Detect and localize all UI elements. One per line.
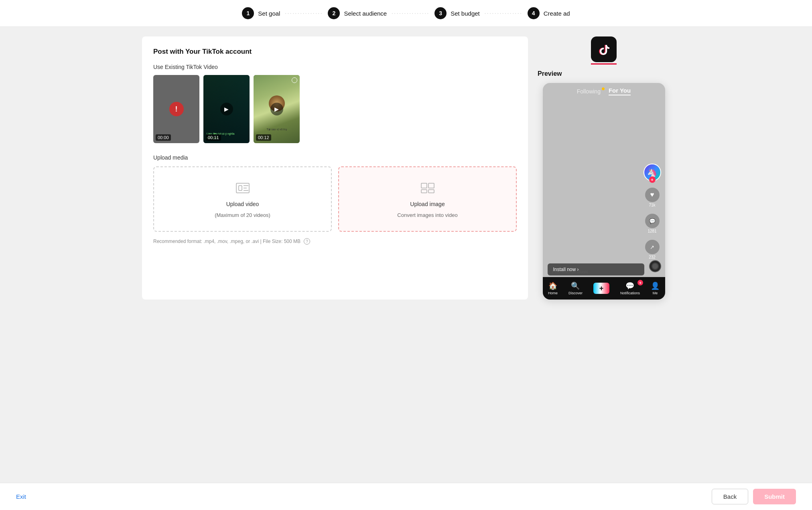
svg-rect-6 bbox=[428, 183, 434, 188]
step-2-circle: 2 bbox=[328, 7, 340, 19]
video-thumb-1[interactable]: ! 00:00 bbox=[153, 75, 199, 143]
video-duration-1: 00:00 bbox=[156, 134, 171, 141]
share-action: ↗ 232 bbox=[645, 240, 660, 259]
music-disc bbox=[649, 260, 661, 272]
avatar-circle: 🦄 + bbox=[644, 164, 661, 181]
phone-bottom-nav: 🏠 Home 🔍 Discover + 💬 9 Notifications 👤 bbox=[543, 277, 665, 300]
nav-notifications[interactable]: 💬 9 Notifications bbox=[620, 281, 640, 295]
right-panel: Preview Following For You 🦄 + bbox=[538, 36, 670, 300]
upload-video-title: Upload video bbox=[226, 201, 259, 207]
submit-button[interactable]: Submit bbox=[753, 489, 796, 504]
main-layout: Post with Your TikTok account Use Existi… bbox=[129, 27, 683, 309]
nav-notif-label: Notifications bbox=[620, 291, 640, 295]
following-label: Following bbox=[577, 88, 601, 95]
phone-right-icons: 🦄 + ♥ 71k 💬 1281 ↗ 232 bbox=[644, 164, 661, 259]
upload-image-title: Upload image bbox=[410, 201, 445, 207]
upload-label: Upload media bbox=[153, 154, 517, 161]
like-action: ♥ 71k bbox=[645, 188, 660, 207]
preview-label: Preview bbox=[538, 70, 562, 77]
footer-buttons: Back Submit bbox=[712, 489, 796, 504]
nav-plus[interactable]: + bbox=[593, 283, 609, 294]
upload-image-icon bbox=[420, 180, 436, 196]
step-4: 4 Create ad bbox=[528, 7, 570, 19]
footer: Exit Back Submit bbox=[0, 483, 812, 510]
step-1-dots: ··············· bbox=[285, 10, 323, 16]
nav-home[interactable]: 🏠 Home bbox=[548, 281, 558, 295]
nav-me-label: Me bbox=[653, 291, 658, 295]
step-2-dots: ··············· bbox=[392, 10, 430, 16]
share-count: 232 bbox=[649, 255, 656, 259]
upload-video-icon bbox=[235, 180, 251, 196]
upload-video-box[interactable]: Upload video (Maximum of 20 videos) bbox=[153, 166, 332, 232]
tiktok-app-icon bbox=[591, 36, 617, 62]
existing-video-label: Use Existing TikTok Video bbox=[153, 64, 517, 70]
exit-button[interactable]: Exit bbox=[16, 493, 26, 500]
following-dot bbox=[602, 87, 605, 90]
step-3: 3 Set budget bbox=[434, 7, 480, 19]
help-icon[interactable]: ? bbox=[304, 238, 310, 245]
for-you-label: For You bbox=[609, 87, 631, 94]
step-3-label: Set budget bbox=[451, 10, 480, 17]
nav-discover[interactable]: 🔍 Discover bbox=[568, 281, 583, 295]
step-4-circle: 4 bbox=[528, 7, 540, 19]
nav-home-label: Home bbox=[548, 291, 558, 295]
play-icon-3: ▶ bbox=[270, 103, 283, 115]
step-3-dots: ··············· bbox=[485, 10, 523, 16]
svg-rect-8 bbox=[428, 190, 434, 193]
app-icon-underline bbox=[591, 63, 617, 65]
phone-top-bar: Following For You bbox=[543, 83, 665, 99]
video-duration-3: 00:12 bbox=[256, 134, 271, 141]
video-thumb-2[interactable]: Làm đẹp tự có ý nghĩavới người ▶ 00:11 bbox=[203, 75, 250, 143]
for-you-underline bbox=[609, 95, 631, 95]
svg-rect-0 bbox=[236, 183, 249, 193]
back-button[interactable]: Back bbox=[712, 489, 748, 504]
step-1-circle: 1 bbox=[242, 7, 254, 19]
upload-video-sub: (Maximum of 20 videos) bbox=[215, 212, 270, 218]
upload-boxes: Upload video (Maximum of 20 videos) Uplo… bbox=[153, 166, 517, 232]
comment-action: 💬 1281 bbox=[645, 214, 660, 233]
like-count: 71k bbox=[649, 203, 655, 207]
phone-preview: Following For You 🦄 + ♥ 71k bbox=[543, 83, 665, 300]
upload-image-sub: Convert images into video bbox=[397, 212, 457, 218]
panel-title: Post with Your TikTok account bbox=[153, 48, 517, 56]
video-duration-2: 00:11 bbox=[206, 134, 221, 141]
video-list: ! 00:00 Làm đẹp tự có ý nghĩavới người ▶… bbox=[153, 75, 517, 143]
error-icon: ! bbox=[169, 102, 184, 116]
step-3-circle: 3 bbox=[434, 7, 447, 19]
notif-badge: 9 bbox=[637, 280, 643, 285]
step-2: 2 Select audience bbox=[328, 7, 387, 19]
video-thumb-3[interactable]: Tại sao vị vũ trụ ▶ 00:12 bbox=[254, 75, 300, 143]
step-2-label: Select audience bbox=[344, 10, 387, 17]
nav-discover-label: Discover bbox=[568, 291, 583, 295]
step-4-label: Create ad bbox=[544, 10, 570, 17]
comment-icon: 💬 bbox=[645, 214, 660, 228]
svg-rect-5 bbox=[421, 183, 427, 188]
step-1: 1 Set goal bbox=[242, 7, 280, 19]
left-panel: Post with Your TikTok account Use Existi… bbox=[142, 36, 528, 300]
format-note-text: Recommended format: .mp4, .mov, .mpeg, o… bbox=[153, 239, 300, 244]
step-1-label: Set goal bbox=[258, 10, 280, 17]
install-bar[interactable]: Install now › bbox=[548, 263, 644, 275]
format-note: Recommended format: .mp4, .mov, .mpeg, o… bbox=[153, 238, 517, 245]
install-now-label: Install now › bbox=[553, 267, 579, 272]
stepper: 1 Set goal ··············· 2 Select audi… bbox=[0, 0, 812, 27]
play-icon-2: ▶ bbox=[220, 103, 233, 115]
like-icon: ♥ bbox=[645, 188, 660, 202]
svg-rect-1 bbox=[239, 186, 242, 190]
upload-image-box[interactable]: Upload image Convert images into video bbox=[338, 166, 517, 232]
share-icon: ↗ bbox=[645, 240, 660, 254]
nav-me[interactable]: 👤 Me bbox=[651, 281, 660, 295]
svg-rect-7 bbox=[421, 190, 427, 193]
comment-count: 1281 bbox=[648, 229, 656, 233]
nav-plus-icon: + bbox=[593, 283, 609, 294]
plus-badge: + bbox=[649, 176, 656, 183]
